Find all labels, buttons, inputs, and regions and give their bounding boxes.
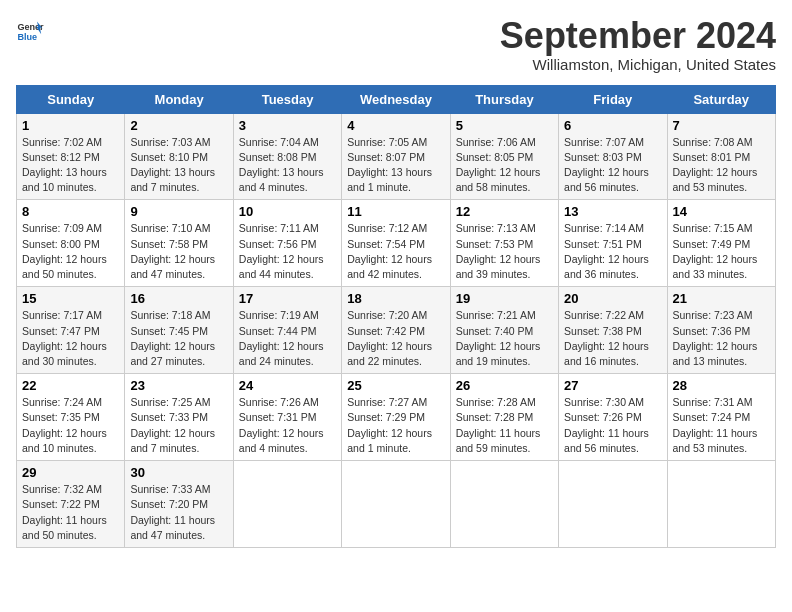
day-info: Sunrise: 7:30 AMSunset: 7:26 PMDaylight:… <box>564 395 661 456</box>
day-number: 6 <box>564 118 661 133</box>
day-number: 29 <box>22 465 119 480</box>
day-number: 22 <box>22 378 119 393</box>
day-number: 30 <box>130 465 227 480</box>
day-info: Sunrise: 7:03 AMSunset: 8:10 PMDaylight:… <box>130 135 227 196</box>
day-info: Sunrise: 7:11 AMSunset: 7:56 PMDaylight:… <box>239 221 336 282</box>
calendar-cell: 29Sunrise: 7:32 AMSunset: 7:22 PMDayligh… <box>17 461 125 548</box>
day-number: 27 <box>564 378 661 393</box>
calendar-cell: 2Sunrise: 7:03 AMSunset: 8:10 PMDaylight… <box>125 113 233 200</box>
day-number: 16 <box>130 291 227 306</box>
calendar-cell: 25Sunrise: 7:27 AMSunset: 7:29 PMDayligh… <box>342 374 450 461</box>
calendar-cell: 27Sunrise: 7:30 AMSunset: 7:26 PMDayligh… <box>559 374 667 461</box>
calendar-cell <box>667 461 775 548</box>
calendar-cell: 26Sunrise: 7:28 AMSunset: 7:28 PMDayligh… <box>450 374 558 461</box>
calendar-cell: 23Sunrise: 7:25 AMSunset: 7:33 PMDayligh… <box>125 374 233 461</box>
calendar-week-4: 22Sunrise: 7:24 AMSunset: 7:35 PMDayligh… <box>17 374 776 461</box>
header-saturday: Saturday <box>667 85 775 113</box>
day-number: 9 <box>130 204 227 219</box>
day-info: Sunrise: 7:09 AMSunset: 8:00 PMDaylight:… <box>22 221 119 282</box>
header-sunday: Sunday <box>17 85 125 113</box>
day-info: Sunrise: 7:28 AMSunset: 7:28 PMDaylight:… <box>456 395 553 456</box>
day-info: Sunrise: 7:18 AMSunset: 7:45 PMDaylight:… <box>130 308 227 369</box>
day-number: 18 <box>347 291 444 306</box>
calendar-week-3: 15Sunrise: 7:17 AMSunset: 7:47 PMDayligh… <box>17 287 776 374</box>
calendar-cell: 3Sunrise: 7:04 AMSunset: 8:08 PMDaylight… <box>233 113 341 200</box>
calendar-cell: 14Sunrise: 7:15 AMSunset: 7:49 PMDayligh… <box>667 200 775 287</box>
day-info: Sunrise: 7:20 AMSunset: 7:42 PMDaylight:… <box>347 308 444 369</box>
day-info: Sunrise: 7:04 AMSunset: 8:08 PMDaylight:… <box>239 135 336 196</box>
calendar-cell <box>559 461 667 548</box>
calendar-cell: 22Sunrise: 7:24 AMSunset: 7:35 PMDayligh… <box>17 374 125 461</box>
day-info: Sunrise: 7:02 AMSunset: 8:12 PMDaylight:… <box>22 135 119 196</box>
day-number: 1 <box>22 118 119 133</box>
day-info: Sunrise: 7:33 AMSunset: 7:20 PMDaylight:… <box>130 482 227 543</box>
svg-text:Blue: Blue <box>17 32 37 42</box>
calendar-cell <box>450 461 558 548</box>
calendar-cell: 16Sunrise: 7:18 AMSunset: 7:45 PMDayligh… <box>125 287 233 374</box>
day-info: Sunrise: 7:13 AMSunset: 7:53 PMDaylight:… <box>456 221 553 282</box>
day-info: Sunrise: 7:07 AMSunset: 8:03 PMDaylight:… <box>564 135 661 196</box>
day-info: Sunrise: 7:12 AMSunset: 7:54 PMDaylight:… <box>347 221 444 282</box>
calendar-cell: 7Sunrise: 7:08 AMSunset: 8:01 PMDaylight… <box>667 113 775 200</box>
day-info: Sunrise: 7:22 AMSunset: 7:38 PMDaylight:… <box>564 308 661 369</box>
calendar-subtitle: Williamston, Michigan, United States <box>500 56 776 73</box>
calendar-title: September 2024 <box>500 16 776 56</box>
calendar-cell: 28Sunrise: 7:31 AMSunset: 7:24 PMDayligh… <box>667 374 775 461</box>
day-info: Sunrise: 7:26 AMSunset: 7:31 PMDaylight:… <box>239 395 336 456</box>
calendar-cell: 30Sunrise: 7:33 AMSunset: 7:20 PMDayligh… <box>125 461 233 548</box>
calendar-cell: 17Sunrise: 7:19 AMSunset: 7:44 PMDayligh… <box>233 287 341 374</box>
header-tuesday: Tuesday <box>233 85 341 113</box>
calendar-cell: 10Sunrise: 7:11 AMSunset: 7:56 PMDayligh… <box>233 200 341 287</box>
header-wednesday: Wednesday <box>342 85 450 113</box>
calendar-cell: 6Sunrise: 7:07 AMSunset: 8:03 PMDaylight… <box>559 113 667 200</box>
header-monday: Monday <box>125 85 233 113</box>
day-info: Sunrise: 7:23 AMSunset: 7:36 PMDaylight:… <box>673 308 770 369</box>
calendar-cell: 11Sunrise: 7:12 AMSunset: 7:54 PMDayligh… <box>342 200 450 287</box>
day-number: 19 <box>456 291 553 306</box>
title-block: September 2024 Williamston, Michigan, Un… <box>500 16 776 73</box>
day-number: 3 <box>239 118 336 133</box>
calendar-cell: 13Sunrise: 7:14 AMSunset: 7:51 PMDayligh… <box>559 200 667 287</box>
calendar-cell: 15Sunrise: 7:17 AMSunset: 7:47 PMDayligh… <box>17 287 125 374</box>
day-info: Sunrise: 7:06 AMSunset: 8:05 PMDaylight:… <box>456 135 553 196</box>
day-number: 17 <box>239 291 336 306</box>
calendar-cell: 20Sunrise: 7:22 AMSunset: 7:38 PMDayligh… <box>559 287 667 374</box>
header-thursday: Thursday <box>450 85 558 113</box>
calendar-week-1: 1Sunrise: 7:02 AMSunset: 8:12 PMDaylight… <box>17 113 776 200</box>
day-info: Sunrise: 7:19 AMSunset: 7:44 PMDaylight:… <box>239 308 336 369</box>
header-row: Sunday Monday Tuesday Wednesday Thursday… <box>17 85 776 113</box>
day-number: 10 <box>239 204 336 219</box>
day-number: 7 <box>673 118 770 133</box>
day-number: 26 <box>456 378 553 393</box>
logo-icon: General Blue <box>16 16 44 44</box>
day-number: 12 <box>456 204 553 219</box>
day-info: Sunrise: 7:25 AMSunset: 7:33 PMDaylight:… <box>130 395 227 456</box>
calendar-cell: 24Sunrise: 7:26 AMSunset: 7:31 PMDayligh… <box>233 374 341 461</box>
calendar-cell: 4Sunrise: 7:05 AMSunset: 8:07 PMDaylight… <box>342 113 450 200</box>
day-number: 5 <box>456 118 553 133</box>
calendar-week-5: 29Sunrise: 7:32 AMSunset: 7:22 PMDayligh… <box>17 461 776 548</box>
day-number: 13 <box>564 204 661 219</box>
day-info: Sunrise: 7:17 AMSunset: 7:47 PMDaylight:… <box>22 308 119 369</box>
day-info: Sunrise: 7:10 AMSunset: 7:58 PMDaylight:… <box>130 221 227 282</box>
day-info: Sunrise: 7:08 AMSunset: 8:01 PMDaylight:… <box>673 135 770 196</box>
day-info: Sunrise: 7:31 AMSunset: 7:24 PMDaylight:… <box>673 395 770 456</box>
calendar-cell: 18Sunrise: 7:20 AMSunset: 7:42 PMDayligh… <box>342 287 450 374</box>
day-number: 14 <box>673 204 770 219</box>
header-friday: Friday <box>559 85 667 113</box>
calendar-cell: 1Sunrise: 7:02 AMSunset: 8:12 PMDaylight… <box>17 113 125 200</box>
calendar-cell: 5Sunrise: 7:06 AMSunset: 8:05 PMDaylight… <box>450 113 558 200</box>
calendar-cell <box>233 461 341 548</box>
day-info: Sunrise: 7:21 AMSunset: 7:40 PMDaylight:… <box>456 308 553 369</box>
day-info: Sunrise: 7:14 AMSunset: 7:51 PMDaylight:… <box>564 221 661 282</box>
day-number: 20 <box>564 291 661 306</box>
day-number: 21 <box>673 291 770 306</box>
day-number: 11 <box>347 204 444 219</box>
day-number: 25 <box>347 378 444 393</box>
day-info: Sunrise: 7:32 AMSunset: 7:22 PMDaylight:… <box>22 482 119 543</box>
day-number: 2 <box>130 118 227 133</box>
calendar-body: 1Sunrise: 7:02 AMSunset: 8:12 PMDaylight… <box>17 113 776 547</box>
day-number: 4 <box>347 118 444 133</box>
calendar-cell <box>342 461 450 548</box>
calendar-cell: 19Sunrise: 7:21 AMSunset: 7:40 PMDayligh… <box>450 287 558 374</box>
